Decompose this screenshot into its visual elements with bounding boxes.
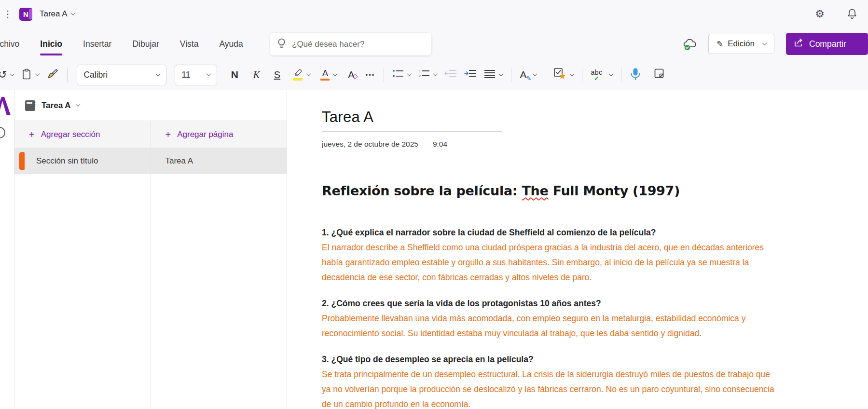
more-formatting-button[interactable]: ••• [363,65,377,85]
chevron-down-icon[interactable] [10,71,15,76]
answer-1[interactable]: El narrador describe a Sheffield como un… [322,240,779,285]
pages-column: + Agregar página Tarea A [151,121,287,409]
format-painter-button[interactable] [44,65,61,85]
question-1[interactable]: 1. ¿Qué explica el narrador sobre la ciu… [322,225,779,240]
section-color-marker [19,152,25,170]
page-title[interactable]: Tarea A [322,109,868,126]
svg-text:1: 1 [419,69,421,73]
document-title[interactable]: Tarea A [40,9,68,19]
main-area: Tarea A + Agregar sección Sección sin tí… [0,90,868,409]
chevron-down-icon[interactable] [70,11,75,15]
top-bar: ⋮ N Tarea A ⚙ [0,0,868,28]
styles-button[interactable]: A ✎ [518,65,538,85]
answer-3[interactable]: Se trata principalmente de un desempleo … [322,367,779,409]
font-size-dropdown[interactable]: 11 [175,65,217,85]
chevron-down-icon[interactable] [333,71,338,76]
misspelled-word: The [522,183,548,198]
question-3[interactable]: 3. ¿Qué tipo de desempleo se aprecia en … [322,352,779,367]
underline-button[interactable]: S [270,65,284,85]
page-time[interactable]: 9:04 [433,140,447,149]
chevron-down-icon[interactable] [533,71,537,76]
styles-icon: A ✎ [520,69,526,80]
spelling-button[interactable]: abc ✓ [589,65,614,85]
tell-me-search[interactable] [270,33,431,55]
chevron-down-icon[interactable] [407,71,412,76]
navigation-sidebar: Tarea A + Agregar sección Sección sin tí… [14,90,287,409]
chevron-down-icon[interactable] [570,71,575,76]
notebook-header[interactable]: Tarea A [14,90,287,121]
answer-2[interactable]: Probablemente llevaban una vida más acom… [322,311,779,341]
chevron-down-icon[interactable] [306,71,311,76]
numbered-list-icon: 12 [418,68,430,81]
alignment-button[interactable] [482,65,505,85]
decrease-indent-icon [444,69,457,81]
todo-tag-icon [553,68,566,82]
chevron-down-icon[interactable] [76,102,81,107]
tab-ayuda[interactable]: Ayuda [218,36,244,52]
highlight-color-swatch [293,78,303,81]
tab-insertar[interactable]: Insertar [82,36,112,52]
more-options-icon: ••• [366,72,375,78]
tab-archivo[interactable]: Archivo [0,36,20,52]
bullet-list-button[interactable] [390,65,413,85]
font-color-swatch [320,79,330,81]
bullet-list-icon [392,69,404,81]
font-color-button[interactable]: A [318,65,339,85]
notebook-name: Tarea A [41,101,70,110]
page-canvas[interactable]: Tarea A jueves, 2 de octubre de 2025 9:0… [287,90,868,409]
decrease-indent-button[interactable] [442,65,459,85]
edit-mode-button[interactable]: ✎ Edición [708,34,774,54]
numbered-list-button[interactable]: 12 [416,65,439,85]
ribbon-tabs: Archivo Inicio Insertar Dibujar Vista Ay… [0,36,244,52]
document-heading[interactable]: Reflexión sobre la película: The Full Mo… [322,183,868,198]
page-item-selected[interactable]: Tarea A [151,148,287,174]
search-input[interactable] [292,40,425,49]
chevron-down-icon[interactable] [608,71,613,76]
notebook-icon [25,100,35,111]
section-item-selected[interactable]: Sección sin título [14,148,151,174]
notifications-bell-icon[interactable] [847,8,857,20]
chevron-down-icon[interactable] [433,71,438,76]
sticky-note-icon [652,68,665,82]
sync-status-cloud-icon [682,38,698,50]
chevron-down-icon [156,71,161,76]
bold-button[interactable]: N [227,65,242,85]
share-icon [794,38,804,51]
settings-gear-icon[interactable]: ⚙ [815,9,825,19]
tab-vista[interactable]: Vista [179,36,200,52]
italic-button[interactable]: K [249,65,263,85]
format-painter-icon [46,68,59,82]
chevron-down-icon[interactable] [35,71,40,76]
font-color-icon: A [320,69,330,81]
sticky-note-button[interactable] [650,65,667,85]
add-page-button[interactable]: + Agregar página [151,121,287,148]
question-answer-list[interactable]: 1. ¿Qué explica el narrador sobre la ciu… [322,225,779,409]
share-button[interactable]: Compartir [786,33,868,55]
page-date-line: jueves, 2 de octubre de 2025 9:04 [322,140,868,149]
tab-dibujar[interactable]: Dibujar [131,36,160,52]
chevron-down-icon[interactable] [499,71,504,76]
add-section-button[interactable]: + Agregar sección [14,121,151,148]
styles-pen-icon: ✎ [526,75,532,82]
rail-search-glyph[interactable] [0,127,5,138]
highlight-color-button[interactable] [290,65,312,85]
increase-indent-button[interactable] [462,65,479,85]
tab-inicio[interactable]: Inicio [39,36,63,52]
font-name-dropdown[interactable]: Calibri [77,65,166,85]
rail-notebook-glyph[interactable] [0,96,12,117]
clear-formatting-button[interactable]: A [345,65,359,85]
left-rail [0,90,14,409]
tags-todo-button[interactable] [551,65,576,85]
waffle-menu-icon[interactable]: ⋮ [3,9,13,19]
svg-text:2: 2 [419,74,421,78]
page-date[interactable]: jueves, 2 de octubre de 2025 [322,140,418,149]
onenote-app: ⋮ N Tarea A ⚙ Archivo Inicio Insertar Di… [0,0,868,409]
paste-button[interactable] [19,65,41,85]
onenote-logo-icon: N [19,8,32,21]
undo-button[interactable]: ↺ [0,65,16,85]
bold-icon: N [231,69,238,81]
ribbon-right-cluster: ✎ Edición Compartir [682,33,868,55]
dictate-button[interactable] [628,65,643,85]
italic-icon: K [253,69,260,81]
question-2[interactable]: 2. ¿Cómo crees que sería la vida de los … [322,296,779,311]
